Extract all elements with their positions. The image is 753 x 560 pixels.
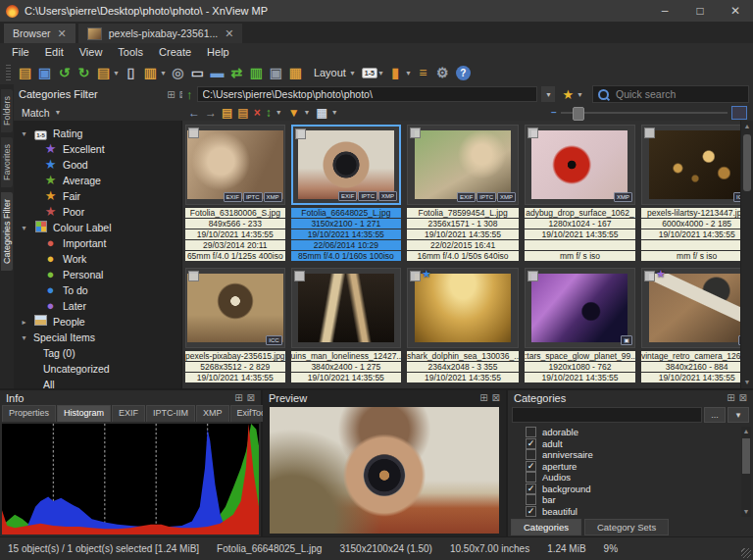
thumbnail-tile[interactable]: ★▣ — [641, 268, 741, 348]
find-icon[interactable]: ◎ — [169, 63, 187, 82]
tree-expand-icon[interactable]: ▸ — [20, 318, 28, 327]
tab-pexels-pixabay-23561-[interactable]: pexels-pixabay-23561...✕ — [78, 24, 243, 43]
thumbnail-tile[interactable]: EXIFIPTCXMP — [291, 125, 401, 205]
thumbnail-item[interactable]: EXIFIPTCXMPFotolia_66648025_L.jpg3150x21… — [288, 121, 404, 264]
tree-item-people[interactable]: ▸People — [20, 314, 181, 330]
tree-item-work[interactable]: ●Work — [20, 251, 181, 267]
close-button[interactable]: ✕ — [718, 0, 753, 22]
thumbnail-tile[interactable] — [291, 268, 401, 348]
thumbnail-scrollbar[interactable]: ▲ ▼ — [740, 121, 753, 388]
tree-item-later[interactable]: ●Later — [20, 298, 181, 314]
scroll-up-icon[interactable]: ▲ — [741, 121, 753, 132]
category-row-bar[interactable]: bar — [510, 494, 740, 506]
thumbnail-item[interactable]: ICCpexels-lilartsy-1213447.jpg6000x4000 … — [638, 121, 741, 264]
tree-item-special-items[interactable]: ▾Special Items — [20, 330, 181, 345]
category-checkbox[interactable]: ✓ — [526, 461, 536, 472]
rotate-right-icon[interactable]: ↻ — [75, 63, 93, 82]
tree-item-good[interactable]: ★Good — [20, 157, 181, 173]
new-folder-icon[interactable]: ▤ — [222, 106, 232, 120]
tab-exif[interactable]: EXIF — [112, 405, 145, 422]
thumbnail-tile[interactable]: ★ — [407, 268, 519, 348]
thumbnail-item[interactable]: ★shark_dolphin_sea_130036_..2364x2048 - … — [404, 264, 522, 388]
tree-item-average[interactable]: ★Average — [20, 173, 181, 188]
menu-view[interactable]: View — [72, 46, 111, 58]
float-panel-icon[interactable]: ⊞ — [727, 392, 734, 403]
thumbnail-tile[interactable]: ICC — [185, 268, 285, 348]
menu-help[interactable]: Help — [199, 46, 237, 58]
tab-properties[interactable]: Properties — [2, 405, 56, 422]
tab-iptc-iim[interactable]: IPTC-IIM — [146, 405, 195, 422]
tree-expand-icon[interactable]: ▾ — [20, 129, 28, 138]
float-panel-icon[interactable]: ⊞ — [479, 392, 487, 403]
thumbnail-tile[interactable]: XMP — [525, 125, 635, 205]
thumbnail-item[interactable]: EXIFIPTCXMPFotolia_78599454_L.jpg2356x15… — [404, 121, 522, 264]
tree-item-all[interactable]: All — [20, 377, 181, 388]
thumbnail-tile[interactable]: EXIFIPTCXMP — [407, 125, 519, 205]
print-icon[interactable]: ▭ — [188, 63, 207, 82]
thumbnail-item[interactable]: uins_man_loneliness_12427..3840x2400 - 1… — [288, 264, 404, 388]
category-checkbox[interactable]: ✓ — [526, 438, 536, 449]
thumbnail-checkbox[interactable] — [188, 271, 199, 281]
chevron-down-icon[interactable]: ▼ — [349, 70, 356, 76]
category-checkbox[interactable] — [526, 427, 536, 437]
compare-icon[interactable]: ▥ — [247, 63, 266, 82]
path-dropdown-icon[interactable]: ▼ — [541, 86, 555, 102]
refresh-icon[interactable]: ⇄ — [227, 63, 246, 82]
edit-folder-icon[interactable]: ▤ — [237, 106, 248, 120]
menu-create[interactable]: Create — [151, 46, 199, 58]
close-icon[interactable]: ✕ — [225, 27, 233, 40]
category-filter-input[interactable] — [512, 407, 702, 423]
layout-dropdown[interactable]: Layout — [306, 67, 349, 78]
category-row-anniversaire[interactable]: anniversaire — [510, 449, 740, 461]
scroll-down-icon[interactable]: ▼ — [741, 507, 751, 517]
chevron-down-icon[interactable]: ▼ — [304, 109, 311, 116]
fullscreen-icon[interactable]: ▣ — [35, 63, 54, 82]
convert-icon[interactable]: ▤ — [94, 63, 113, 82]
chevron-down-icon[interactable]: ▼ — [276, 109, 282, 116]
close-icon[interactable]: ✕ — [58, 27, 67, 40]
thumbnail-size-slider[interactable]: – — [551, 106, 747, 120]
chevron-down-icon[interactable]: ▼ — [377, 70, 384, 76]
thumbnail-checkbox[interactable] — [644, 271, 655, 281]
tree-expand-icon[interactable]: ▾ — [20, 224, 28, 232]
chevron-down-icon[interactable]: ▼ — [113, 70, 120, 76]
maximize-button[interactable]: □ — [682, 0, 718, 22]
chevron-down-icon[interactable]: ▼ — [577, 91, 583, 98]
tree-item-fair[interactable]: ★Fair — [20, 188, 181, 204]
thumbnail-item[interactable]: ▣:tars_space_glow_planet_99..1920x1080 -… — [522, 264, 638, 388]
category-row-adult[interactable]: ✓adult — [510, 438, 740, 450]
chevron-down-icon[interactable]: ▼ — [331, 109, 338, 116]
thumbnail-item[interactable]: ★▣vintage_retro_camera_1265...3840x2160 … — [638, 264, 741, 388]
resize-grip[interactable] — [741, 548, 751, 558]
float-panel-icon[interactable]: ⊞ — [167, 89, 175, 100]
tab-histogram[interactable]: Histogram — [57, 405, 111, 422]
scrollbar-thumb[interactable] — [743, 134, 751, 191]
rating-tool-icon[interactable]: 1-5 — [362, 68, 377, 78]
back-icon[interactable]: ← — [188, 106, 200, 120]
slider-minus-icon[interactable]: – — [551, 107, 557, 118]
tree-item-personal[interactable]: ●Personal — [20, 267, 181, 282]
quick-search-input[interactable] — [614, 87, 743, 101]
category-row-audios[interactable]: Audios — [510, 472, 740, 484]
wallpaper-icon[interactable]: ▦ — [286, 63, 305, 82]
float-panel-icon[interactable]: ⊞ — [234, 392, 242, 403]
menu-tools[interactable]: Tools — [110, 46, 151, 58]
thumbnail-checkbox[interactable] — [644, 127, 655, 138]
thumbnail-checkbox[interactable] — [295, 128, 306, 139]
tree-item-rating[interactable]: ▾1-5Rating — [20, 126, 181, 141]
scroll-down-icon[interactable]: ▼ — [741, 377, 753, 388]
thumbnail-checkbox[interactable] — [410, 271, 421, 281]
file-info-icon[interactable]: ▯ — [122, 63, 140, 82]
rotate-left-icon[interactable]: ↺ — [55, 63, 74, 82]
path-input[interactable] — [197, 86, 538, 102]
tree-item-tag-0-[interactable]: Tag (0) — [20, 345, 181, 361]
sidebar-tab-categories-filter[interactable]: Categories Filter — [1, 192, 13, 271]
sort-icon[interactable]: ↕ — [266, 106, 272, 120]
settings-gear-icon[interactable]: ⚙ — [433, 63, 452, 82]
category-checkbox[interactable]: ✓ — [526, 506, 536, 517]
open-with-icon[interactable]: ▥ — [141, 63, 160, 82]
tree-item-uncategorized[interactable]: Uncategorized — [20, 361, 181, 377]
album-icon[interactable]: ▮ — [386, 63, 405, 82]
menu-file[interactable]: File — [4, 46, 37, 58]
close-panel-icon[interactable]: ⊠ — [247, 392, 255, 403]
